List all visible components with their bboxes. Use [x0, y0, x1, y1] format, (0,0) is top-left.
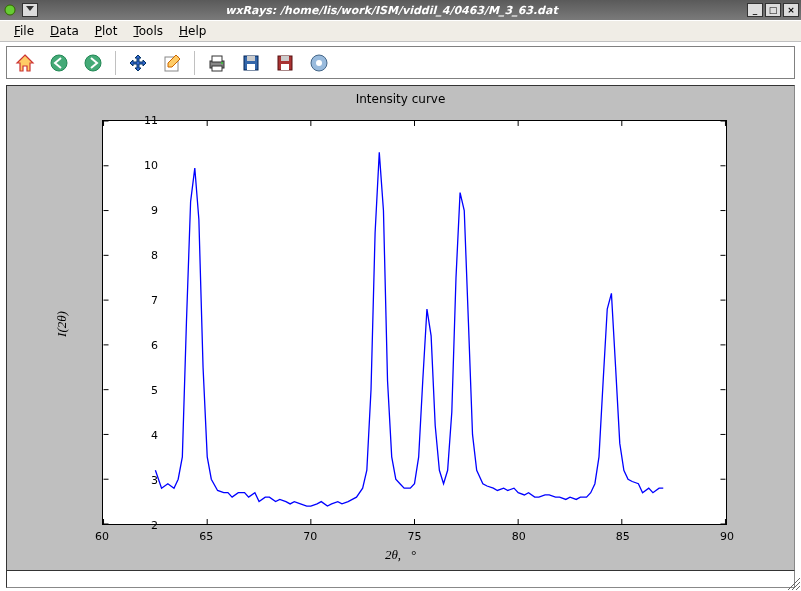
toolbar-separator [115, 51, 116, 75]
edit-button[interactable] [158, 50, 186, 76]
home-button[interactable] [11, 50, 39, 76]
chart-title: Intensity curve [7, 92, 794, 106]
x-tick-label: 70 [303, 530, 317, 543]
x-tick-label: 90 [720, 530, 734, 543]
svg-rect-12 [281, 56, 289, 61]
menu-file[interactable]: File [6, 22, 42, 40]
menu-plot[interactable]: Plot [87, 22, 126, 40]
svg-rect-6 [212, 66, 222, 71]
y-tick-label: 11 [98, 114, 158, 127]
menubar: File Data Plot Tools Help [0, 20, 801, 42]
y-tick-label: 10 [98, 159, 158, 172]
app-icon [2, 2, 18, 18]
pan-button[interactable] [124, 50, 152, 76]
plot-frame [102, 120, 727, 525]
x-tick-label: 75 [408, 530, 422, 543]
x-tick-label: 85 [616, 530, 630, 543]
save-as-button[interactable] [271, 50, 299, 76]
close-button[interactable]: × [783, 3, 799, 17]
svg-rect-13 [281, 64, 289, 70]
menu-data[interactable]: Data [42, 22, 87, 40]
svg-point-2 [85, 55, 101, 71]
y-tick-label: 4 [98, 429, 158, 442]
chart-svg [103, 121, 726, 524]
menu-help[interactable]: Help [171, 22, 214, 40]
svg-rect-5 [212, 56, 222, 62]
y-tick-label: 7 [98, 294, 158, 307]
status-bar [6, 570, 795, 588]
y-tick-label: 8 [98, 249, 158, 262]
y-tick-label: 5 [98, 384, 158, 397]
save-button[interactable] [237, 50, 265, 76]
svg-point-15 [316, 60, 322, 66]
window-titlebar: wxRays: /home/lis/work/ISM/viddil_4/0463… [0, 0, 801, 20]
toolbar [6, 46, 795, 79]
minimize-button[interactable]: _ [747, 3, 763, 17]
svg-rect-9 [247, 56, 255, 61]
menu-tools[interactable]: Tools [125, 22, 171, 40]
x-tick-label: 80 [512, 530, 526, 543]
svg-point-1 [51, 55, 67, 71]
toolbar-separator [194, 51, 195, 75]
y-axis-label: I(2θ) [54, 311, 70, 337]
forward-button[interactable] [79, 50, 107, 76]
svg-point-0 [5, 5, 15, 15]
window-title: wxRays: /home/lis/work/ISM/viddil_4/0463… [38, 4, 745, 17]
svg-rect-10 [247, 64, 255, 70]
y-tick-label: 3 [98, 474, 158, 487]
x-tick-label: 65 [199, 530, 213, 543]
maximize-button[interactable]: □ [765, 3, 781, 17]
configure-button[interactable] [305, 50, 333, 76]
window-menu-icon[interactable] [22, 3, 38, 17]
svg-point-7 [221, 62, 223, 64]
x-tick-label: 60 [95, 530, 109, 543]
plot-canvas[interactable]: Intensity curve I(2θ) 2θ, ° 234567891011… [6, 85, 795, 575]
back-button[interactable] [45, 50, 73, 76]
resize-grip[interactable] [786, 576, 800, 590]
print-button[interactable] [203, 50, 231, 76]
y-tick-label: 9 [98, 204, 158, 217]
x-axis-label: 2θ, ° [7, 547, 794, 563]
y-tick-label: 6 [98, 339, 158, 352]
